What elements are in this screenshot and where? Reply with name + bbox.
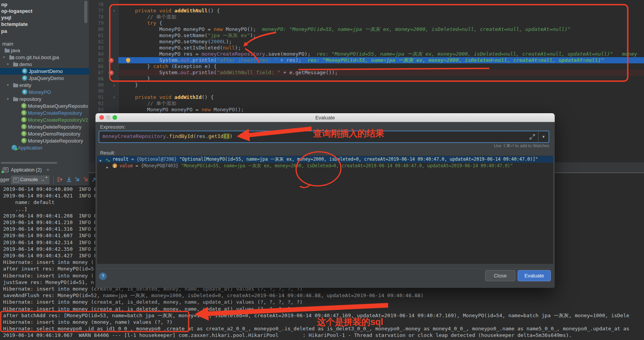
console-line: after insert res: MoneyPO(id=5 (3, 265, 94, 272)
line-number-78[interactable]: 78 (89, 14, 104, 20)
line-number-87[interactable]: 87 (89, 70, 104, 76)
tree-item-jpaquerydemo[interactable]: CJpaQueryDemo (0, 75, 89, 82)
console-line: Hibernate: insert into money (money, nam… (3, 319, 172, 325)
tab-console[interactable]: Console → * (11, 175, 49, 184)
code-line-77[interactable]: private void addWithNull() { (123, 8, 220, 14)
code-line-78[interactable]: // 单个添加 (123, 14, 176, 20)
close-button[interactable]: Close (485, 270, 515, 281)
chevron-down-icon[interactable]: ▾ (7, 97, 9, 101)
code-line-79[interactable]: try { (123, 20, 162, 26)
result-row-text: result = {Optional@7398} "Optional[Money… (112, 156, 538, 163)
tree-item-pa[interactable]: pa (0, 28, 89, 34)
chevron-down-icon[interactable]: ▾ (7, 62, 9, 66)
step-into-icon[interactable] (74, 176, 81, 183)
tree-item-demo[interactable]: ▾demo (0, 61, 89, 68)
tree-item-label: JpaInsertDemo (29, 68, 63, 74)
breakpoint-icon[interactable]: ✓ (109, 70, 114, 75)
tree-item-moneycreaterepositoryv2[interactable]: IMoneyCreateRepositoryV2 (0, 117, 89, 123)
line-number-85[interactable]: 85 (89, 57, 104, 63)
tree-item-moneycreaterepository[interactable]: IMoneyCreateRepository (0, 110, 89, 116)
tree-item-moneybasequeryreposito[interactable]: IMoneyBaseQueryReposito (0, 103, 89, 109)
line-number-80[interactable]: 80 (89, 26, 104, 32)
tree-item-moneypo[interactable]: CMoneyPO (0, 89, 89, 95)
tree-item-label: MoneyDeleteRepository (28, 124, 82, 130)
tree-item-repository[interactable]: ▾repository (0, 96, 89, 102)
line-number-76[interactable]: 76 (89, 2, 104, 8)
tab-application-2[interactable]: Application (2) × (1, 166, 55, 175)
tree-item-label: MoneyCreateRepositoryV2 (28, 117, 88, 123)
code-line-92[interactable]: // 单个添加 (123, 100, 176, 107)
show-execution-point-icon[interactable] (56, 176, 63, 183)
fold-marker-icon[interactable]: ▴ (113, 82, 115, 88)
console-line: justSave res: MoneyPO(id=51, n (3, 279, 94, 286)
code-line-83[interactable]: moneyPO.setIsDeleted(null); (123, 45, 241, 51)
tree-vertical-scrollbar[interactable] (84, 1, 87, 23)
tree-item-moneydemorepository[interactable]: IMoneyDemoRepository (0, 131, 89, 137)
tree-item-label: MoneyPO (29, 89, 51, 95)
line-number-92[interactable]: 92 (89, 100, 104, 107)
help-button[interactable]: ? (99, 272, 107, 280)
code-line-93[interactable]: MoneyPO moneyPO = new MoneyPO(); (123, 107, 244, 113)
tree-item-com-git-hui-boot-jpa[interactable]: ▾com.git.hui.boot.jpa (0, 54, 89, 61)
tree-item-bctemplate[interactable]: bctemplate (0, 21, 89, 27)
force-step-into-icon[interactable] (83, 176, 89, 183)
line-number-93[interactable]: 93 (89, 107, 104, 113)
code-line-82[interactable]: moneyPO.setMoney(2000L); (123, 39, 232, 45)
tab-debugger[interactable]: gger (0, 177, 10, 182)
expand-caret-icon[interactable]: ▶ (106, 164, 108, 171)
tree-item-op[interactable]: op (0, 1, 89, 8)
code-line-81[interactable]: moneyPO.setName("jpa 一灰灰 ex"); (123, 32, 256, 39)
code-line-80[interactable]: MoneyPO moneyPO = new MoneyPO(); moneyPO… (123, 26, 571, 32)
class-icon: C (22, 75, 27, 81)
tree-item-application[interactable]: Application (0, 144, 89, 151)
step-over-icon[interactable] (66, 176, 72, 183)
code-line-84[interactable]: MoneyPO res = moneyCreateRepository.save… (123, 51, 637, 57)
tree-item-op-logaspect[interactable]: op-logaspect (0, 8, 89, 14)
tree-item-label: MoneyCreateRepository (28, 110, 82, 116)
line-number-90[interactable]: 90 (89, 88, 104, 94)
tree-item-java[interactable]: java (0, 47, 89, 54)
code-line-86[interactable]: } catch (Exception e) { (123, 63, 217, 70)
close-tab-icon[interactable]: × (46, 167, 49, 173)
tree-horizontal-scrollbar[interactable] (1, 162, 57, 164)
code-line-91[interactable]: private void addWithId() { (123, 94, 214, 100)
line-number-91[interactable]: 91 (89, 94, 104, 100)
interface-icon: I (21, 110, 27, 116)
console-line: 2019-06-14 09:40:41.316 INFO 8 (3, 226, 97, 232)
tree-item-moneyupdaterepository[interactable]: IMoneyUpdateRepository (0, 138, 89, 144)
line-number-88[interactable]: 88 (89, 76, 104, 82)
code-line-85[interactable]: System.out.println("after insert res: " … (123, 57, 604, 63)
evaluate-button[interactable]: Evaluate (518, 270, 551, 281)
line-number-86[interactable]: 86 (89, 63, 104, 70)
tree-item-jpainsertdemo[interactable]: CJpaInsertDemo (0, 68, 89, 75)
dialog-titlebar[interactable]: Evaluate (95, 113, 555, 122)
chevron-down-icon[interactable]: ▾ (3, 55, 5, 59)
result-row-value[interactable]: ▶ f value = {MoneyPO@7403} "MoneyPO(id=5… (97, 163, 553, 169)
expression-input[interactable]: moneyCreateRepository.findById(res.getId… (99, 131, 549, 143)
code-line-87[interactable]: System.out.println("addWithNull field: "… (123, 70, 338, 76)
result-row-optional[interactable]: ▼ result = {Optional@7398} "Optional[Mon… (97, 156, 553, 163)
chevron-down-icon[interactable]: ▾ (7, 83, 9, 87)
line-number-81[interactable]: 81 (89, 32, 104, 39)
interface-icon: I (21, 117, 27, 122)
fold-marker-icon[interactable]: ▾ (113, 94, 115, 100)
code-line-88[interactable]: } (123, 76, 150, 82)
line-number-83[interactable]: 83 (89, 45, 104, 51)
console-line: 2019-06-14 09:40:40.890 INFO 8 (3, 186, 97, 192)
tree-item-moneydeleterepository[interactable]: IMoneyDeleteRepository (0, 124, 89, 130)
tree-item-main[interactable]: main (0, 41, 89, 47)
tree-item-ysql[interactable]: ysql (0, 14, 89, 21)
tree-item-entity[interactable]: ▾entity (0, 82, 89, 88)
interface-icon: I (21, 103, 27, 109)
expression-history-dropdown-icon[interactable]: ▼ (538, 131, 549, 142)
code-line-89[interactable]: } (123, 82, 138, 88)
line-number-89[interactable]: 89 (89, 82, 104, 88)
line-number-84[interactable]: 84 (89, 51, 104, 57)
expand-icon[interactable] (529, 134, 535, 140)
console-line: Hibernate: insert into money ( (3, 259, 94, 265)
line-number-77[interactable]: 77 (89, 8, 104, 14)
line-number-79[interactable]: 79 (89, 20, 104, 26)
fold-marker-icon[interactable]: ▾ (113, 8, 115, 14)
breakpoint-icon[interactable]: ✓ (109, 58, 114, 63)
line-number-82[interactable]: 82 (89, 39, 104, 45)
